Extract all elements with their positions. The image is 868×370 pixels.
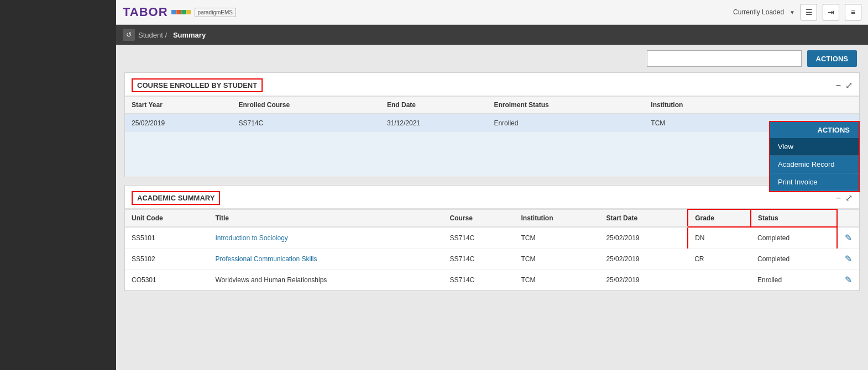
refresh-button[interactable]: ↺ [123,29,135,41]
cell-start-date-3: 25/02/2019 [599,269,688,290]
cell-course-3: SS714C [443,269,515,290]
cell-grade-2: CR [688,249,751,269]
refresh-icon: ↺ [126,31,132,39]
course-enrolled-header: COURSE ENROLLED BY STUDENT − ⤢ [125,73,859,96]
cell-status-3: Enrolled [751,269,837,290]
edit-icon-3[interactable]: ✎ [845,275,852,284]
col-enrolled-course: Enrolled Course [232,97,380,114]
academic-summary-header: ACADEMIC SUMMARY − ⤢ [125,186,859,209]
topbar: TABOR paradigmEMS Currently Loaded ▼ ☰ ⇥… [116,0,868,25]
top-actions-button[interactable]: ACTIONS [807,50,857,67]
paradigm-logo-area: paradigmEMS [171,8,236,17]
academic-summary-header-row: Unit Code Title Course Institution Start… [125,209,859,227]
academic-panel-controls: − ⤢ [836,194,853,203]
academic-minimize-button[interactable]: − [836,194,841,203]
academic-summary-title: ACADEMIC SUMMARY [132,191,220,205]
academic-row-2[interactable]: SS5102 Professional Communication Skills… [125,249,859,269]
academic-row-1[interactable]: SS5101 Introduction to Sociology SS714C … [125,227,859,249]
dropdown-item-academic-record[interactable]: Academic Record [770,156,859,173]
dropdown-item-view[interactable]: View [770,138,859,156]
topbar-right: Currently Loaded ▼ ☰ ⇥ ≡ [733,4,861,20]
breadcrumb-bar: ↺ Student / Summary [116,25,868,45]
cell-unit-code-1: SS5101 [125,227,208,249]
col-enrolment-status: Enrolment Status [487,97,644,114]
cell-title-1: Introduction to Sociology [208,227,443,249]
breadcrumb-summary: Summary [173,31,206,39]
content-area: ACTIONS COURSE ENROLLED BY STUDENT − ⤢ S… [116,45,868,370]
minimize-button[interactable]: − [836,81,841,90]
cell-institution-2: TCM [515,249,600,269]
edit-icon-1[interactable]: ✎ [845,233,852,242]
chevron-down-icon: ▼ [789,9,795,15]
col-end-date: End Date [380,97,487,114]
tabor-logo: TABOR [123,5,168,19]
col-status: Status [751,209,837,227]
empty-row [125,133,859,177]
course-enrolled-row[interactable]: 25/02/2019 SS714C 31/12/2021 Enrolled TC… [125,114,859,133]
currently-loaded-label[interactable]: Currently Loaded [733,8,784,16]
cell-end-date: 31/12/2021 [380,114,487,133]
col-title: Title [208,209,443,227]
col-unit-code: Unit Code [125,209,208,227]
cell-start-date-2: 25/02/2019 [599,249,688,269]
col-course: Course [443,209,515,227]
cell-unit-code-2: SS5102 [125,249,208,269]
paradigm-squares [171,10,191,14]
expand-button[interactable]: ⤢ [845,81,853,90]
col-start-year: Start Year [125,97,232,114]
title-link-2[interactable]: Professional Communication Skills [215,255,317,263]
sidebar [0,0,116,370]
cell-unit-code-3: CO5301 [125,269,208,290]
col-actions-space [749,97,859,114]
cell-status-1: Completed [751,227,837,249]
cell-edit-1[interactable]: ✎ [837,227,859,249]
col-edit-spacer [837,209,859,227]
menu-icon-button[interactable]: ≡ [845,4,861,20]
paradigm-logo-text: paradigmEMS [195,8,236,17]
logo-area: TABOR paradigmEMS [123,5,236,19]
cell-institution-1: TCM [515,227,600,249]
cell-enrolled-course: SS714C [232,114,380,133]
col-grade: Grade [688,209,751,227]
course-enrolled-table: Start Year Enrolled Course End Date Enro… [125,96,859,177]
col-institution2: Institution [515,209,600,227]
course-enrolled-header-row: Start Year Enrolled Course End Date Enro… [125,97,859,114]
cell-edit-3[interactable]: ✎ [837,269,859,290]
breadcrumb-student[interactable]: Student / [138,31,167,39]
breadcrumb: Student / Summary [138,31,206,39]
cell-title-2: Professional Communication Skills [208,249,443,269]
cell-institution-3: TCM [515,269,600,290]
dropdown-item-print-invoice[interactable]: Print Invoice [770,173,859,191]
cell-edit-2[interactable]: ✎ [837,249,859,269]
cell-grade-1: DN [688,227,751,249]
main-area: TABOR paradigmEMS Currently Loaded ▼ ☰ ⇥… [116,0,868,370]
cell-grade-3 [688,269,751,290]
panel-controls: − ⤢ [836,81,853,90]
top-action-bar: ACTIONS [124,50,860,67]
cell-institution: TCM [644,114,749,133]
cell-enrolment-status: Enrolled [487,114,644,133]
col-institution: Institution [644,97,749,114]
cell-title-3: Worldviews and Human Relationships [208,269,443,290]
course-enrolled-title: COURSE ENROLLED BY STUDENT [132,78,263,92]
course-enrolled-panel: COURSE ENROLLED BY STUDENT − ⤢ Start Yea… [124,72,860,177]
academic-summary-panel: ACADEMIC SUMMARY − ⤢ Unit Code Title Cou… [124,185,860,291]
title-link-1[interactable]: Introduction to Sociology [215,234,287,242]
academic-summary-table: Unit Code Title Course Institution Start… [125,209,859,290]
cell-course-2: SS714C [443,249,515,269]
edit-icon-2[interactable]: ✎ [845,254,852,263]
search-input[interactable] [647,50,802,67]
actions-dropdown: ACTIONS View Academic Record Print Invoi… [769,121,860,192]
export-icon-button[interactable]: ⇥ [823,4,839,20]
cell-status-2: Completed [751,249,837,269]
dropdown-actions-button[interactable]: ACTIONS [770,122,859,138]
dropdown-menu: View Academic Record Print Invoice [770,138,859,191]
cell-start-year: 25/02/2019 [125,114,232,133]
list-icon-button[interactable]: ☰ [801,4,817,20]
academic-row-3[interactable]: CO5301 Worldviews and Human Relationship… [125,269,859,290]
col-start-date: Start Date [599,209,688,227]
academic-expand-button[interactable]: ⤢ [845,194,853,203]
cell-start-date-1: 25/02/2019 [599,227,688,249]
cell-course-1: SS714C [443,227,515,249]
